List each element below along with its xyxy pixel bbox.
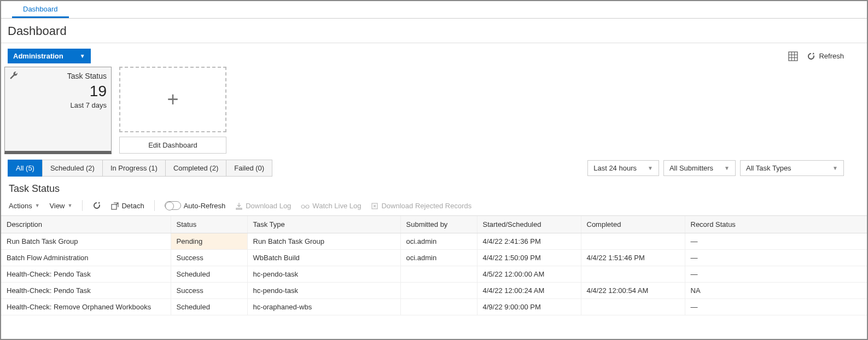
cell-status: Success	[171, 250, 247, 266]
refresh-button[interactable]: Refresh	[807, 51, 844, 61]
toggle-icon	[165, 201, 181, 210]
cell-completed	[581, 233, 685, 250]
filter-tab-all[interactable]: All (5)	[8, 160, 43, 177]
administration-label: Administration	[13, 52, 63, 60]
tile-number: 19	[9, 83, 107, 100]
watch-live-log-button: Watch Live Log	[301, 202, 361, 210]
col-description[interactable]: Description	[1, 216, 171, 233]
cell-submittedby: oci.admin	[400, 233, 477, 250]
cell-tasktype: hc-pendo-task	[247, 266, 400, 283]
svg-point-7	[306, 205, 309, 208]
time-range-label: Last 24 hours	[593, 164, 637, 172]
col-record[interactable]: Record Status	[685, 216, 867, 233]
table-row[interactable]: Run Batch Task GroupPendingRun Batch Tas…	[1, 233, 867, 250]
top-tabs: Dashboard	[1, 1, 867, 19]
divider	[82, 200, 83, 211]
cell-description: Health-Check: Remove Orphaned Workbooks	[1, 299, 171, 315]
cell-completed: 4/4/22 12:00:54 AM	[581, 283, 685, 299]
filter-selects: Last 24 hours ▼ All Submitters ▼ All Tas…	[587, 160, 860, 176]
cell-description: Health-Check: Pendo Task	[1, 283, 171, 299]
refresh-icon-button[interactable]	[92, 201, 101, 210]
actions-menu[interactable]: Actions ▼	[9, 202, 40, 210]
edit-dashboard-button[interactable]: Edit Dashboard	[119, 137, 226, 154]
section-title: Task Status	[1, 177, 867, 198]
table-row[interactable]: Health-Check: Remove Orphaned WorkbooksS…	[1, 299, 867, 315]
submitter-select[interactable]: All Submitters ▼	[663, 160, 736, 176]
col-status[interactable]: Status	[171, 216, 247, 233]
cell-record: —	[685, 233, 867, 250]
col-submittedby[interactable]: Submitted by	[400, 216, 477, 233]
cell-status: Scheduled	[171, 299, 247, 315]
filter-tab-completed[interactable]: Completed (2)	[165, 160, 226, 177]
tab-dashboard[interactable]: Dashboard	[12, 2, 69, 18]
caret-down-icon: ▼	[68, 203, 73, 208]
cell-status: Pending	[171, 233, 247, 250]
task-status-tile[interactable]: Task Status 19 Last 7 days	[4, 67, 112, 154]
svg-rect-5	[112, 204, 116, 209]
glasses-icon	[301, 202, 310, 210]
add-tile-button[interactable]: +	[119, 67, 226, 132]
svg-rect-0	[789, 52, 797, 61]
toolbar-row: Administration ▼ Refresh	[1, 43, 867, 66]
refresh-label: Refresh	[819, 52, 844, 60]
download-log-label: Download Log	[246, 202, 291, 210]
auto-refresh-toggle[interactable]: Auto-Refresh	[165, 201, 226, 210]
tile-row: Task Status 19 Last 7 days + Edit Dashbo…	[1, 66, 867, 154]
caret-down-icon: ▼	[724, 165, 730, 171]
cell-tasktype: Run Batch Task Group	[247, 233, 400, 250]
filter-tabs: All (5) Scheduled (2) In Progress (1) Co…	[8, 160, 272, 177]
administration-dropdown[interactable]: Administration ▼	[8, 49, 91, 63]
grid-view-icon[interactable]	[788, 51, 798, 61]
plus-icon: +	[167, 88, 178, 111]
caret-down-icon: ▼	[648, 165, 653, 171]
cell-status: Scheduled	[171, 266, 247, 283]
view-label: View	[50, 202, 65, 210]
detach-button[interactable]: Detach	[111, 201, 144, 210]
cell-completed	[581, 299, 685, 315]
watch-live-label: Watch Live Log	[312, 202, 361, 210]
filter-tab-failed[interactable]: Failed (0)	[226, 160, 272, 177]
right-controls: Refresh	[788, 51, 860, 61]
detach-icon	[111, 201, 119, 210]
task-status-table: Description Status Task Type Submitted b…	[1, 215, 867, 315]
download-icon	[235, 201, 243, 210]
tile-title: Task Status	[9, 72, 107, 80]
cell-started: 4/4/22 1:50:09 PM	[477, 250, 581, 266]
cell-record: —	[685, 299, 867, 315]
col-tasktype[interactable]: Task Type	[247, 216, 400, 233]
cell-submittedby	[400, 266, 477, 283]
detach-label: Detach	[121, 202, 144, 210]
action-toolbar: Actions ▼ View ▼ Detach Auto-Refresh Dow…	[1, 198, 867, 215]
cell-record: —	[685, 250, 867, 266]
download-rejected-button: Download Rejected Records	[371, 201, 471, 210]
cell-started: 4/4/22 2:41:36 PM	[477, 233, 581, 250]
page-title: Dashboard	[1, 19, 867, 43]
cell-tasktype: hc-pendo-task	[247, 283, 400, 299]
cell-description: Run Batch Task Group	[1, 233, 171, 250]
filter-tab-inprogress[interactable]: In Progress (1)	[102, 160, 166, 177]
col-completed[interactable]: Completed	[581, 216, 685, 233]
task-type-select[interactable]: All Task Types ▼	[740, 160, 844, 176]
table-row[interactable]: Batch Flow AdministrationSuccessWbBatch …	[1, 250, 867, 266]
table-row[interactable]: Health-Check: Pendo TaskSuccesshc-pendo-…	[1, 283, 867, 299]
cell-submittedby	[400, 299, 477, 315]
refresh-icon	[807, 51, 815, 61]
filter-tab-scheduled[interactable]: Scheduled (2)	[42, 160, 103, 177]
time-range-select[interactable]: Last 24 hours ▼	[587, 160, 659, 176]
cell-started: 4/9/22 9:00:00 PM	[477, 299, 581, 315]
wrench-icon	[9, 71, 18, 80]
svg-point-6	[301, 205, 305, 208]
table-row[interactable]: Health-Check: Pendo TaskScheduledhc-pend…	[1, 266, 867, 283]
cell-started: 4/5/22 12:00:00 AM	[477, 266, 581, 283]
cell-tasktype: WbBatch Build	[247, 250, 400, 266]
caret-down-icon: ▼	[832, 165, 838, 171]
view-menu[interactable]: View ▼	[50, 202, 73, 210]
col-started[interactable]: Started/Scheduled	[477, 216, 581, 233]
submitter-label: All Submitters	[669, 164, 713, 172]
cell-completed: 4/4/22 1:51:46 PM	[581, 250, 685, 266]
download-rejected-icon	[371, 201, 378, 210]
cell-description: Health-Check: Pendo Task	[1, 266, 171, 283]
cell-started: 4/4/22 12:00:24 AM	[477, 283, 581, 299]
caret-down-icon: ▼	[80, 53, 85, 59]
cell-status: Success	[171, 283, 247, 299]
